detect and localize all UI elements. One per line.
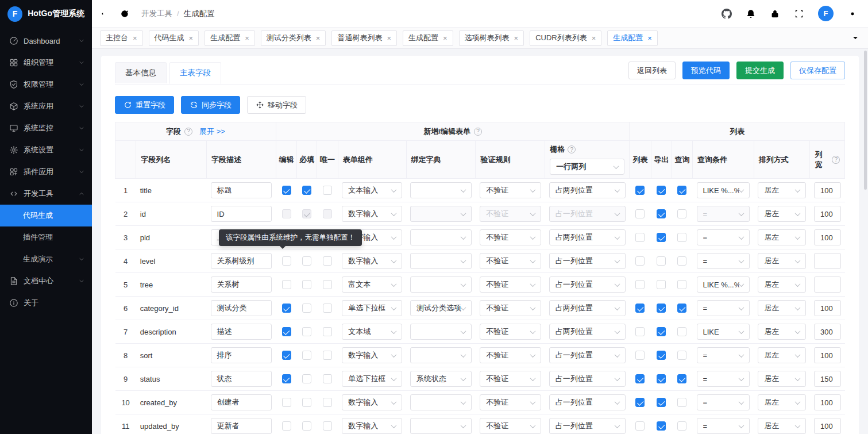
align-select[interactable]: 居左 — [758, 253, 806, 269]
condition-select[interactable]: = — [697, 394, 750, 410]
unique-checkbox[interactable] — [323, 186, 332, 195]
dict-select[interactable]: 测试分类选项 — [410, 300, 472, 316]
width-input[interactable]: 100 — [814, 347, 841, 363]
edit-checkbox[interactable] — [282, 304, 291, 313]
align-select[interactable]: 居左 — [758, 418, 806, 434]
field-desc-input[interactable]: 排序 — [211, 347, 272, 363]
field-desc-input[interactable]: 测试分类 — [211, 300, 272, 316]
list-checkbox[interactable] — [635, 256, 645, 266]
required-checkbox[interactable] — [302, 351, 311, 360]
export-checkbox[interactable] — [657, 421, 666, 431]
export-checkbox[interactable] — [657, 327, 666, 336]
lock-screen-icon[interactable] — [770, 9, 780, 19]
dict-select[interactable] — [410, 418, 472, 434]
list-checkbox[interactable] — [635, 186, 645, 195]
sidebar-item-plugin-app[interactable]: 插件应用 — [0, 161, 92, 183]
main-scrollbar[interactable] — [864, 51, 867, 190]
tab-chip[interactable]: 测试分类列表× — [261, 30, 326, 46]
sidebar-item-dashboard[interactable]: Dashboard — [0, 30, 92, 52]
width-input[interactable]: 100 — [814, 182, 841, 198]
edit-checkbox[interactable] — [282, 351, 291, 360]
required-checkbox[interactable] — [302, 304, 311, 313]
condition-select[interactable]: LIKE — [697, 324, 750, 340]
width-input[interactable]: 100 — [814, 229, 841, 245]
sidebar-item-system-app[interactable]: 系统应用 — [0, 95, 92, 117]
required-checkbox[interactable] — [302, 398, 311, 407]
unique-checkbox[interactable] — [323, 256, 332, 266]
sidebar-item-docs[interactable]: 文档中心 — [0, 270, 92, 292]
unique-checkbox[interactable] — [323, 351, 332, 360]
width-input[interactable]: 100 — [814, 300, 841, 316]
grid-select[interactable]: 占两列位置 — [549, 300, 626, 316]
tab-close-icon[interactable]: × — [443, 34, 447, 42]
unique-checkbox[interactable] — [323, 398, 332, 407]
field-desc-input[interactable]: 状态 — [211, 371, 272, 387]
tabs-collapse-button[interactable] — [851, 33, 860, 43]
condition-select[interactable]: LIKE %...% — [697, 182, 750, 198]
unique-checkbox[interactable] — [323, 304, 332, 313]
export-checkbox[interactable] — [657, 256, 666, 266]
grid-default-select[interactable]: 一行两列 — [550, 159, 624, 175]
help-icon[interactable] — [184, 128, 192, 136]
condition-select[interactable]: = — [697, 371, 750, 387]
field-desc-input[interactable]: 关系树 — [211, 276, 272, 293]
list-checkbox[interactable] — [635, 280, 645, 289]
required-checkbox[interactable] — [302, 280, 311, 289]
app-logo[interactable]: F HotGo管理系统 — [0, 0, 92, 28]
sidebar-item-gen-demo[interactable]: 生成演示 — [0, 248, 92, 270]
field-desc-input[interactable]: 更新者 — [211, 418, 272, 434]
component-select[interactable]: 数字输入 — [342, 206, 402, 222]
query-checkbox[interactable] — [677, 233, 686, 242]
edit-checkbox[interactable] — [282, 256, 291, 266]
tab-chip[interactable]: 生成配置× — [205, 30, 255, 46]
list-checkbox[interactable] — [635, 304, 645, 313]
edit-checkbox[interactable] — [282, 280, 291, 289]
export-checkbox[interactable] — [657, 186, 666, 195]
list-checkbox[interactable] — [635, 374, 645, 383]
tab-close-icon[interactable]: × — [647, 34, 652, 42]
query-checkbox[interactable] — [677, 351, 686, 360]
tab-close-icon[interactable]: × — [387, 34, 391, 42]
grid-select[interactable]: 占两列位置 — [549, 182, 626, 198]
list-checkbox[interactable] — [635, 209, 645, 218]
edit-checkbox[interactable] — [282, 327, 291, 336]
sidebar-item-system-monitor[interactable]: 系统监控 — [0, 117, 92, 139]
preview-code-button[interactable]: 预览代码 — [682, 62, 730, 79]
rule-select[interactable]: 不验证 — [480, 253, 541, 269]
export-checkbox[interactable] — [657, 304, 666, 313]
grid-select[interactable]: 占一列位置 — [549, 276, 626, 293]
export-checkbox[interactable] — [657, 374, 666, 383]
query-checkbox[interactable] — [677, 398, 686, 407]
query-checkbox[interactable] — [677, 256, 686, 266]
component-select[interactable]: 数字输入 — [342, 347, 402, 363]
width-input[interactable]: 100 — [814, 394, 841, 410]
condition-select[interactable]: = — [697, 300, 750, 316]
breadcrumb-parent[interactable]: 开发工具 — [141, 9, 172, 19]
sidebar-item-system-settings[interactable]: 系统设置 — [0, 139, 92, 161]
component-select[interactable]: 数字输入 — [342, 394, 402, 410]
rule-select[interactable]: 不验证 — [480, 347, 541, 363]
dict-select[interactable] — [410, 347, 472, 363]
query-checkbox[interactable] — [677, 280, 686, 289]
query-checkbox[interactable] — [677, 209, 686, 218]
tab-close-icon[interactable]: × — [316, 34, 321, 42]
query-checkbox[interactable] — [677, 327, 686, 336]
query-checkbox[interactable] — [677, 374, 686, 383]
rule-select[interactable]: 不验证 — [480, 182, 541, 198]
unique-checkbox[interactable] — [323, 280, 332, 289]
component-select[interactable]: 富文本 — [342, 276, 402, 293]
width-input[interactable]: 100 — [814, 418, 841, 434]
required-checkbox[interactable] — [302, 374, 311, 383]
grid-select[interactable]: 占一列位置 — [549, 253, 626, 269]
width-input[interactable] — [814, 276, 841, 293]
back-to-list-button[interactable]: 返回列表 — [628, 62, 676, 79]
sidebar-item-permission[interactable]: 权限管理 — [0, 74, 92, 95]
tab-chip[interactable]: 生成配置× — [607, 30, 658, 46]
align-select[interactable]: 居左 — [758, 394, 806, 410]
unique-checkbox[interactable] — [323, 374, 332, 383]
sync-fields-button[interactable]: 同步字段 — [181, 96, 240, 114]
query-checkbox[interactable] — [677, 186, 686, 195]
tab-chip[interactable]: 普通树表列表× — [331, 30, 397, 46]
unique-checkbox[interactable] — [323, 421, 332, 431]
tab-close-icon[interactable]: × — [592, 34, 596, 42]
